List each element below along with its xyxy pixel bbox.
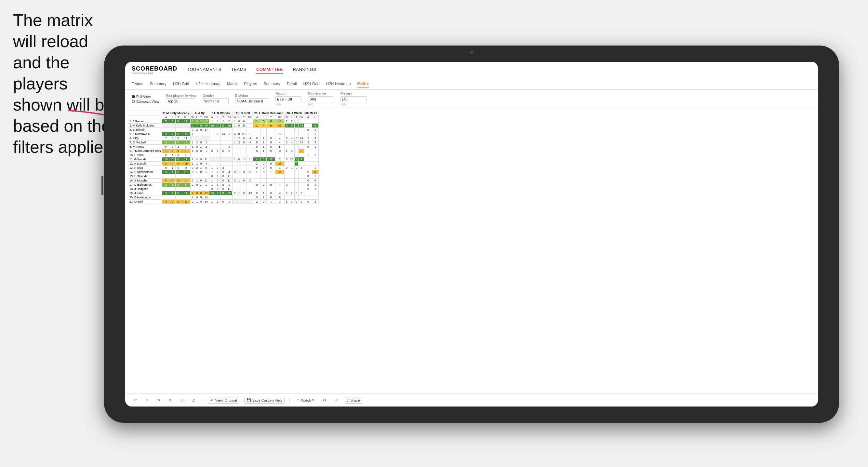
cell: 2 [284,119,289,124]
clock-button[interactable]: ⏱ [190,397,198,403]
subnav-h2h-grid2[interactable]: H2H Grid [303,80,319,88]
cell: 0 [170,157,175,162]
subnav-summary2[interactable]: Summary [264,80,280,88]
cell [220,153,226,157]
cell: 1 [226,132,232,136]
conference-select[interactable]: (All) [308,96,334,102]
compact-view-radio[interactable] [132,100,135,103]
cell [170,187,175,191]
cell: 4 [253,157,260,162]
cell [267,174,275,179]
subnav-matrix-active[interactable]: Matrix [358,80,369,88]
zoom-button[interactable]: ⊕ [167,397,174,403]
region-select[interactable]: East - DII (All) [275,96,302,102]
cell: 11 [275,119,285,124]
subnav-detail[interactable]: Detail [287,80,297,88]
nav-rankings[interactable]: RANKINGS [293,65,316,74]
player-name: 3. S Jelinek [128,128,162,132]
cell: 35 [241,124,247,128]
cell [241,162,247,166]
refresh-button[interactable]: ↻ [155,397,162,403]
expand-icon: ⤢ [335,398,338,402]
subnav-matrix[interactable]: Matrix [227,80,238,88]
cell: 0 [181,145,191,149]
cell [232,145,238,149]
table-row: 16. X Mcgaha 2 3 1 0 3 1 0 11 1 0 0 [128,179,319,183]
cell [195,136,199,141]
cell: 0 [304,183,312,187]
cell: 2 [203,145,210,149]
cell [284,174,289,179]
nav-tournaments[interactable]: TOURNAMENTS [187,65,221,74]
full-view-radio[interactable] [132,95,135,98]
cell [299,174,304,179]
col-header-7: 60. W Za [304,111,319,116]
cell [299,195,304,200]
subnav-teams[interactable]: Teams [132,80,143,88]
bottom-toolbar: ↩ ↪ ↻ ⊕ ⊞ ⏱ 👁 View: Original � [125,394,818,406]
cell [199,136,203,141]
subnav-h2h-grid[interactable]: H2H Grid [173,80,189,88]
fit-button[interactable]: ⊞ [179,397,185,403]
cell [237,187,241,191]
division-select[interactable]: NCAA Division II NCAA Division I [235,98,269,104]
redo-button[interactable]: ↪ [144,397,150,403]
cell [190,136,195,141]
subnav-h2h-heatmap[interactable]: H2H Heatmap [196,80,220,88]
nav-committee[interactable]: COMMITTEE [256,65,283,74]
cell: 0 [175,153,181,157]
subnav-players[interactable]: Players [244,80,257,88]
cell: 2 [190,200,195,204]
cell: 0 [175,162,181,166]
cell: 0 [267,162,275,166]
player-name: 15. H Stranda [128,174,162,179]
cell [170,174,175,179]
watch-button[interactable]: ⊙ Watch ▾ [294,397,316,403]
full-view-option[interactable]: Full View [132,95,159,98]
max-players-select[interactable]: Top 25 Top 50 All [166,98,196,104]
save-custom-button[interactable]: 💾 Save Custom View [244,397,285,404]
gender-select[interactable]: Women's Men's [203,98,229,104]
cell [247,162,253,166]
cell [175,124,181,128]
cell: 3 [312,136,318,141]
cell: 0 [199,157,203,162]
full-view-label: Full View [136,95,151,98]
logo-area: SCOREBOARD Powered by clippd [132,65,177,74]
filter-conference: Conference (All) (All) [308,92,334,106]
cell [247,183,253,187]
cell [275,187,285,191]
cell [284,162,289,166]
player-name: 10. L Perini [128,153,162,157]
settings-button[interactable]: ⚙ [321,397,328,403]
compact-view-option[interactable]: Compact View [132,99,159,103]
conference-label: Conference [308,92,334,95]
cell [190,174,195,179]
cell: -4 [247,136,253,141]
subnav-h2h-heatmap2[interactable]: H2H Heatmap [326,80,350,88]
player-name: 17. D Ballesteros [128,183,162,187]
cell: 0 [220,124,226,128]
main-content[interactable]: 2. M Kelly Mulcahy 6. A Dy 11. G Woods 2… [125,108,818,394]
cell: 9 [299,200,304,204]
cell [220,162,226,166]
cell [312,157,318,162]
players-select[interactable]: (All) [341,96,367,102]
cell [210,136,215,141]
filter-division: Division NCAA Division II NCAA Division … [235,94,269,104]
view-original-button[interactable]: 👁 View: Original [208,397,239,404]
cell [312,191,318,195]
cell [215,162,220,166]
cell: 1 [304,132,312,136]
share-button[interactable]: ⤴ Share [345,397,362,404]
nav-teams[interactable]: TEAMS [231,65,247,74]
subnav-summary[interactable]: Summary [150,80,166,88]
cell: 17 [267,157,275,162]
cell [210,145,215,149]
undo-button[interactable]: ↩ [132,397,138,403]
cell: 1 [275,166,285,170]
expand-button[interactable]: ⤢ [333,397,340,403]
cell: 2 [304,136,312,141]
cell [175,195,181,200]
cell: 0 [304,200,312,204]
